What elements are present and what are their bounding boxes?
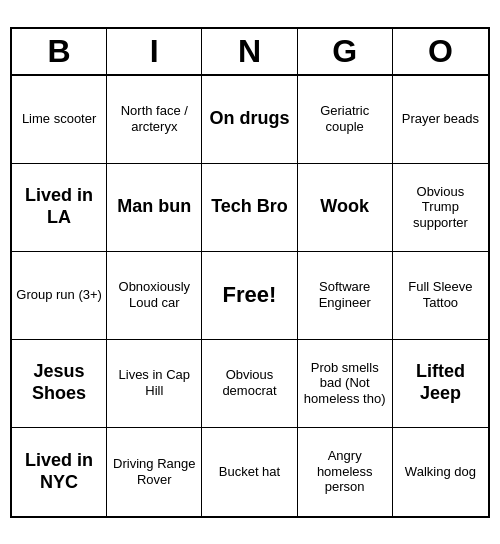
bingo-cell-22[interactable]: Bucket hat <box>202 428 297 516</box>
cell-text-19: Lifted Jeep <box>397 361 484 404</box>
cell-text-2: On drugs <box>209 108 289 130</box>
bingo-cell-13[interactable]: Software Engineer <box>298 252 393 340</box>
header-letter-b: B <box>12 29 107 74</box>
cell-text-18: Prob smells bad (Not homeless tho) <box>302 360 388 407</box>
bingo-cell-15[interactable]: Jesus Shoes <box>12 340 107 428</box>
bingo-cell-19[interactable]: Lifted Jeep <box>393 340 488 428</box>
header-letter-o: O <box>393 29 488 74</box>
cell-text-10: Group run (3+) <box>16 287 102 303</box>
bingo-cell-2[interactable]: On drugs <box>202 76 297 164</box>
bingo-cell-1[interactable]: North face / arcteryx <box>107 76 202 164</box>
bingo-cell-0[interactable]: Lime scooter <box>12 76 107 164</box>
cell-text-23: Angry homeless person <box>302 448 388 495</box>
bingo-cell-18[interactable]: Prob smells bad (Not homeless tho) <box>298 340 393 428</box>
bingo-cell-5[interactable]: Lived in LA <box>12 164 107 252</box>
bingo-header: BINGO <box>12 29 488 76</box>
cell-text-0: Lime scooter <box>22 111 96 127</box>
cell-text-21: Driving Range Rover <box>111 456 197 487</box>
bingo-cell-23[interactable]: Angry homeless person <box>298 428 393 516</box>
bingo-cell-20[interactable]: Lived in NYC <box>12 428 107 516</box>
bingo-cell-4[interactable]: Prayer beads <box>393 76 488 164</box>
cell-text-7: Tech Bro <box>211 196 288 218</box>
cell-text-9: Obvious Trump supporter <box>397 184 484 231</box>
bingo-cell-10[interactable]: Group run (3+) <box>12 252 107 340</box>
cell-text-24: Walking dog <box>405 464 476 480</box>
cell-text-6: Man bun <box>117 196 191 218</box>
cell-text-11: Obnoxiously Loud car <box>111 279 197 310</box>
cell-text-16: Lives in Cap Hill <box>111 367 197 398</box>
bingo-cell-9[interactable]: Obvious Trump supporter <box>393 164 488 252</box>
cell-text-3: Geriatric couple <box>302 103 388 134</box>
bingo-cell-7[interactable]: Tech Bro <box>202 164 297 252</box>
cell-text-4: Prayer beads <box>402 111 479 127</box>
bingo-card: BINGO Lime scooterNorth face / arcteryxO… <box>10 27 490 518</box>
bingo-cell-14[interactable]: Full Sleeve Tattoo <box>393 252 488 340</box>
cell-text-17: Obvious democrat <box>206 367 292 398</box>
cell-text-14: Full Sleeve Tattoo <box>397 279 484 310</box>
header-letter-g: G <box>298 29 393 74</box>
cell-text-22: Bucket hat <box>219 464 280 480</box>
cell-text-8: Wook <box>320 196 369 218</box>
bingo-cell-12[interactable]: Free! <box>202 252 297 340</box>
header-letter-n: N <box>202 29 297 74</box>
header-letter-i: I <box>107 29 202 74</box>
bingo-cell-6[interactable]: Man bun <box>107 164 202 252</box>
cell-text-1: North face / arcteryx <box>111 103 197 134</box>
cell-text-5: Lived in LA <box>16 185 102 228</box>
bingo-grid: Lime scooterNorth face / arcteryxOn drug… <box>12 76 488 516</box>
cell-text-15: Jesus Shoes <box>16 361 102 404</box>
bingo-cell-24[interactable]: Walking dog <box>393 428 488 516</box>
bingo-cell-11[interactable]: Obnoxiously Loud car <box>107 252 202 340</box>
bingo-cell-21[interactable]: Driving Range Rover <box>107 428 202 516</box>
cell-text-13: Software Engineer <box>302 279 388 310</box>
cell-text-20: Lived in NYC <box>16 450 102 493</box>
cell-text-12: Free! <box>223 282 277 308</box>
bingo-cell-8[interactable]: Wook <box>298 164 393 252</box>
bingo-cell-16[interactable]: Lives in Cap Hill <box>107 340 202 428</box>
bingo-cell-3[interactable]: Geriatric couple <box>298 76 393 164</box>
bingo-cell-17[interactable]: Obvious democrat <box>202 340 297 428</box>
